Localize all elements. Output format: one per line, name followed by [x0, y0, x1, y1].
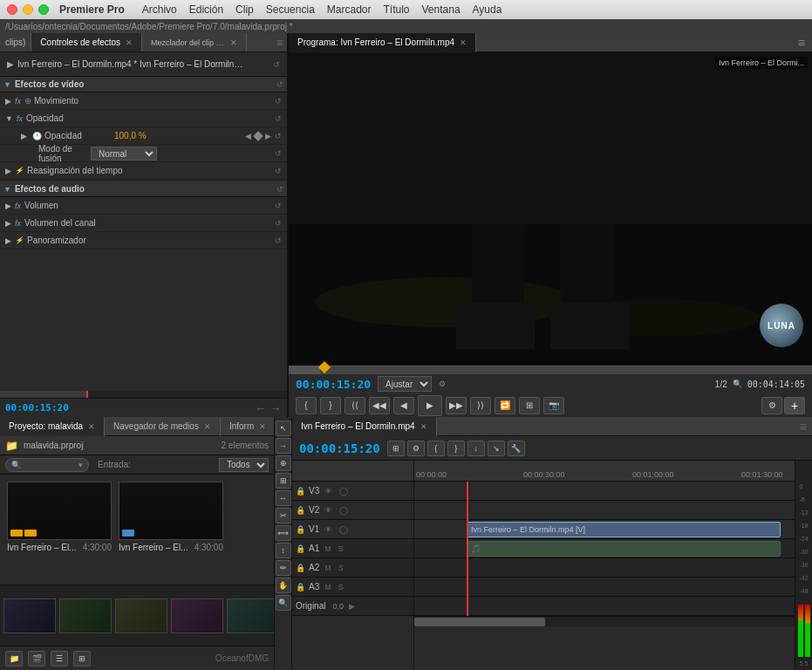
monitor-settings-btn[interactable]: ⚙ — [439, 379, 446, 388]
monitor-fit-select[interactable]: Ajustar — [378, 376, 432, 392]
tab-mezclador[interactable]: Mezclador del clip de audio... ✕ — [142, 33, 247, 52]
tool-slip[interactable]: ⟺ — [276, 525, 291, 541]
opacidad-sub-value[interactable]: 100,0 % — [114, 131, 147, 140]
menu-archivo[interactable]: Archivo — [142, 3, 177, 16]
volumen-canal-reset[interactable]: ↺ — [275, 219, 282, 228]
small-thumb-1[interactable] — [3, 598, 56, 633]
inform-tab-close[interactable]: ✕ — [259, 422, 266, 431]
a2-s[interactable]: S — [337, 564, 345, 572]
tool-track-select[interactable]: → — [276, 438, 291, 454]
effects-zoom-out[interactable]: ← — [255, 401, 267, 415]
tl-add-track[interactable]: ⊞ — [387, 441, 405, 456]
small-thumb-4[interactable] — [171, 598, 223, 633]
tool-rate-stretch[interactable]: ↔ — [276, 490, 291, 506]
audio-section-collapse[interactable]: ▼ — [3, 185, 11, 194]
small-thumb-2[interactable] — [59, 598, 112, 633]
tool-zoom[interactable]: 🔍 — [276, 595, 291, 611]
tl-insert[interactable]: ↓ — [467, 441, 485, 456]
menu-edicion[interactable]: Edición — [189, 3, 223, 16]
monitor-panel-menu[interactable]: ≡ — [791, 36, 812, 50]
v3-eye[interactable]: 👁 — [323, 487, 334, 496]
v1-eye[interactable]: 👁 — [323, 525, 334, 534]
monitor-zoom-icon[interactable]: 🔍 — [733, 379, 742, 388]
opacidad-stopwatch[interactable]: 🕐 — [32, 132, 42, 140]
v2-lock[interactable]: 🔒 — [296, 506, 305, 515]
tab-navegador[interactable]: Navegador de medios ✕ — [105, 417, 221, 436]
project-icon-view[interactable]: ⊞ — [73, 651, 91, 667]
kf-prev[interactable]: ◀ — [245, 132, 251, 140]
kf-next[interactable]: ▶ — [265, 132, 271, 140]
tool-roll[interactable]: ⊞ — [276, 473, 291, 489]
tl-mark-out[interactable]: } — [447, 441, 465, 456]
controles-tab-close[interactable]: ✕ — [126, 38, 133, 47]
tl-scrollbar[interactable] — [414, 616, 795, 626]
tl-scrollbar-thumb[interactable] — [414, 618, 545, 626]
modo-fusion-select[interactable]: Normal Multiplicar Trama — [91, 147, 157, 161]
search-input[interactable] — [24, 460, 76, 469]
monitor-next-frame[interactable]: ▶▶ — [446, 397, 467, 414]
a3-s[interactable]: S — [337, 583, 345, 591]
effect-panoramizador[interactable]: ▶ ⚡ Panoramizador ↺ — [0, 232, 287, 250]
mezclador-tab-close[interactable]: ✕ — [230, 38, 237, 47]
zoom-button[interactable] — [38, 4, 49, 15]
project-new-bin[interactable]: 📁 — [5, 651, 23, 667]
navegador-tab-close[interactable]: ✕ — [204, 422, 211, 431]
opacidad-expand[interactable]: ▶ — [21, 132, 27, 140]
proyecto-tab-close[interactable]: ✕ — [88, 422, 95, 431]
menu-clip[interactable]: Clip — [235, 3, 254, 16]
minimize-button[interactable] — [23, 4, 33, 15]
project-new-item[interactable]: 🎬 — [28, 651, 45, 667]
monitor-loop[interactable]: 🔁 — [495, 397, 515, 414]
v1-lock[interactable]: 🔒 — [296, 525, 305, 534]
volumen-reset[interactable]: ↺ — [275, 202, 282, 210]
opacidad-reset-btn[interactable]: ↺ — [275, 132, 282, 140]
small-thumb-5[interactable] — [227, 598, 274, 633]
monitor-export-frame[interactable]: 📷 — [543, 397, 564, 414]
project-list-view[interactable]: ☰ — [51, 651, 68, 667]
monitor-mark-out[interactable]: } — [320, 397, 341, 414]
timeline-panel-menu[interactable]: ≡ — [795, 420, 812, 434]
close-button[interactable] — [7, 4, 17, 15]
tl-clip-v1[interactable]: Ivn Ferreiro – El Dormiln.mp4 [V] — [467, 522, 781, 537]
effects-panel-menu[interactable]: ≡ — [273, 36, 287, 50]
tl-mark-in[interactable]: { — [427, 441, 445, 456]
monitor-add-btn[interactable]: + — [784, 397, 805, 414]
effect-reasignacion[interactable]: ▶ ⚡ Reasignación del tiempo ↺ — [0, 162, 287, 180]
reasignacion-reset[interactable]: ↺ — [275, 167, 282, 175]
monitor-next-edit[interactable]: ⟩⟩ — [470, 397, 491, 414]
tab-inform[interactable]: Inform ✕ — [221, 417, 276, 436]
monitor-step-back[interactable]: ◀◀ — [369, 397, 390, 414]
monitor-prev-edit[interactable]: ⟨⟨ — [345, 397, 365, 414]
tab-timeline-main[interactable]: Ivn Ferreiro – El Dormiln.mp4 ✕ — [292, 417, 437, 436]
search-clear[interactable]: ▾ — [78, 461, 83, 469]
v1-mute[interactable]: ◯ — [338, 525, 350, 534]
monitor-safe-margins[interactable]: ⊞ — [519, 397, 540, 414]
tool-pen[interactable]: ✏ — [276, 560, 291, 576]
tl-settings[interactable]: ⚙ — [407, 441, 425, 456]
tab-proyecto[interactable]: Proyecto: malavida ✕ — [0, 417, 105, 436]
a2-m[interactable]: M — [323, 564, 333, 572]
effects-zoom-in[interactable]: → — [270, 401, 282, 415]
tool-slide[interactable]: ↕ — [276, 543, 291, 558]
clip-expand-arrow[interactable]: ▶ — [7, 59, 14, 69]
effect-opacidad-header[interactable]: ▼ fx Opacidad ↺ — [0, 110, 287, 127]
video-section-collapse[interactable]: ▼ — [3, 80, 11, 89]
tl-wrench[interactable]: 🔧 — [508, 441, 525, 456]
monitor-tab-programa[interactable]: Programa: Ivn Ferreiro – El Dormiln.mp4 … — [289, 33, 476, 52]
modo-fusion-reset[interactable]: ↺ — [275, 149, 282, 158]
panoramizador-reset[interactable]: ↺ — [275, 236, 282, 245]
tool-ripple[interactable]: ⊕ — [276, 455, 291, 471]
small-thumb-3[interactable] — [115, 598, 167, 633]
monitor-play[interactable]: ▶ — [418, 395, 442, 416]
tab-controles-efectos[interactable]: Controles de efectos ✕ — [31, 33, 142, 52]
menu-ventana[interactable]: Ventana — [422, 3, 461, 16]
v2-eye[interactable]: 👁 — [323, 506, 334, 515]
tool-select[interactable]: ↖ — [276, 420, 291, 436]
a2-lock[interactable]: 🔒 — [296, 564, 305, 572]
menu-secuencia[interactable]: Secuencia — [266, 3, 315, 16]
original-expand[interactable]: ▶ — [347, 602, 357, 611]
tab-clips[interactable]: clips) — [0, 33, 31, 52]
v3-mute[interactable]: ◯ — [338, 487, 350, 496]
a1-lock[interactable]: 🔒 — [296, 544, 305, 553]
a3-m[interactable]: M — [323, 583, 333, 591]
